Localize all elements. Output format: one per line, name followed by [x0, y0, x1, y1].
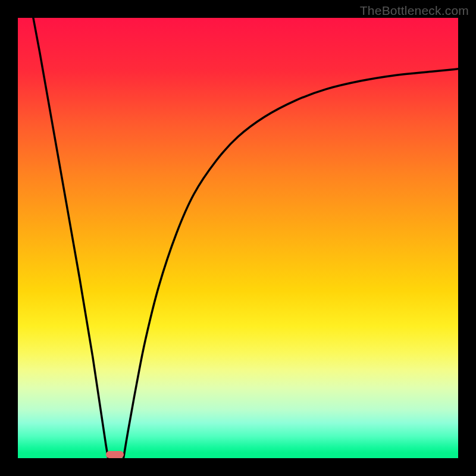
valley-marker: [106, 451, 124, 458]
curve-layer: [18, 18, 458, 458]
watermark-text: TheBottleneck.com: [360, 4, 469, 18]
curve-right-branch: [124, 69, 458, 458]
curve-left-branch: [33, 18, 108, 458]
chart-frame: TheBottleneck.com: [0, 0, 476, 476]
plot-area: [18, 18, 458, 458]
